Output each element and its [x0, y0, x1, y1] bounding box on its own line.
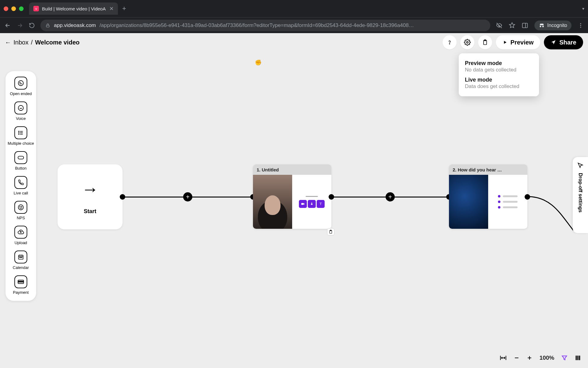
browser-tab[interactable]: v Build | Welcome video | VideoA ✕: [29, 2, 118, 15]
tab-close-icon[interactable]: ✕: [109, 6, 114, 12]
choice-preview: [498, 201, 518, 203]
bookmark-star-icon[interactable]: [509, 22, 515, 29]
tabs-overflow-icon[interactable]: ▾: [582, 6, 584, 11]
video-chip-icon: [299, 200, 307, 208]
nav-forward-button[interactable]: [17, 22, 23, 29]
url-path: /app/organizations/8b955e56-e941-431a-89…: [100, 22, 414, 29]
window-zoom-icon[interactable]: [19, 6, 24, 11]
media-options: [299, 200, 325, 208]
new-tab-button[interactable]: +: [122, 5, 126, 13]
svg-rect-37: [579, 356, 580, 360]
filter-button[interactable]: [561, 355, 568, 361]
dropdown-live-title: Live mode: [465, 77, 533, 83]
layout-grid-button[interactable]: [575, 355, 581, 361]
tab-title: Build | Welcome video | VideoA: [42, 6, 106, 11]
step-body: [253, 175, 331, 229]
dropdown-item-preview[interactable]: Preview mode No data gets collected: [465, 58, 533, 75]
svg-point-3: [580, 25, 581, 26]
window-close-icon[interactable]: [4, 6, 8, 11]
svg-rect-36: [577, 356, 579, 360]
zoom-in-button[interactable]: [526, 355, 533, 361]
step-node-1[interactable]: 1. Untitled: [253, 164, 331, 229]
lock-icon: [45, 23, 50, 28]
incognito-label: Incognito: [547, 23, 567, 28]
zoom-out-button[interactable]: [514, 355, 520, 361]
browser-chrome: v Build | Welcome video | VideoA ✕ + ▾ a…: [0, 0, 588, 33]
incognito-badge[interactable]: Incognito: [534, 21, 571, 30]
url-input[interactable]: app.videoask.com/app/organizations/8b955…: [40, 20, 490, 31]
svg-rect-28: [301, 203, 303, 205]
audio-chip-icon: [308, 200, 316, 208]
choice-preview: [498, 195, 518, 197]
step-title: 2. How did you hear …: [449, 164, 527, 175]
fit-width-button[interactable]: [499, 355, 507, 361]
window-minimize-icon[interactable]: [11, 6, 16, 11]
add-step-button[interactable]: +: [386, 192, 395, 201]
step-body: [449, 175, 527, 229]
browser-titlebar: v Build | Welcome video | VideoA ✕ + ▾: [0, 0, 588, 17]
placeholder-line: [306, 196, 318, 197]
tab-favicon-icon: v: [33, 6, 39, 11]
url-host: app.videoask.com: [54, 22, 96, 29]
text-chip-icon: [317, 200, 325, 208]
svg-rect-35: [576, 356, 577, 360]
nav-reload-button[interactable]: [29, 22, 35, 29]
dropoff-label: Drop-off settings: [578, 173, 583, 213]
step-options-button[interactable]: [327, 228, 334, 236]
dropdown-preview-sub: No data gets collected: [465, 67, 533, 73]
start-node[interactable]: → Start: [58, 164, 123, 229]
choice-preview: [498, 206, 518, 209]
video-thumbnail: [449, 175, 488, 229]
step-title: 1. Untitled: [253, 164, 331, 175]
dropdown-preview-title: Preview mode: [465, 60, 533, 67]
app-viewport: ← Inbox / Welcome video Preview Share Pr…: [0, 33, 588, 368]
answer-type-preview: [488, 175, 527, 229]
panel-icon[interactable]: [522, 22, 528, 29]
svg-point-2: [580, 23, 581, 24]
address-bar-actions: Incognito: [496, 21, 584, 30]
svg-rect-1: [522, 23, 528, 28]
eye-off-icon[interactable]: [496, 22, 503, 29]
dropoff-settings-tab[interactable]: Drop-off settings: [573, 157, 588, 233]
answer-type-preview: [292, 175, 331, 229]
grab-cursor-icon: ✊: [255, 59, 262, 66]
dropdown-live-sub: Data does get collected: [465, 83, 533, 90]
arrow-right-icon: →: [81, 179, 99, 199]
window-controls[interactable]: [4, 6, 24, 11]
view-controls: 100%: [499, 355, 581, 361]
incognito-icon: [539, 22, 545, 29]
kebab-menu-icon[interactable]: [578, 22, 584, 29]
add-step-button[interactable]: +: [183, 192, 192, 201]
start-label: Start: [84, 208, 96, 215]
step-node-2[interactable]: 2. How did you hear …: [449, 164, 527, 229]
zoom-value: 100%: [539, 355, 554, 361]
video-thumbnail: [253, 175, 292, 229]
svg-rect-0: [46, 25, 49, 27]
preview-mode-dropdown: Preview mode No data gets collected Live…: [459, 53, 539, 96]
dropdown-item-live[interactable]: Live mode Data does get collected: [465, 75, 533, 91]
cursor-icon: [577, 162, 584, 169]
nav-back-button[interactable]: [4, 22, 11, 29]
svg-point-4: [580, 27, 581, 28]
browser-address-bar: app.videoask.com/app/organizations/8b955…: [0, 17, 588, 33]
